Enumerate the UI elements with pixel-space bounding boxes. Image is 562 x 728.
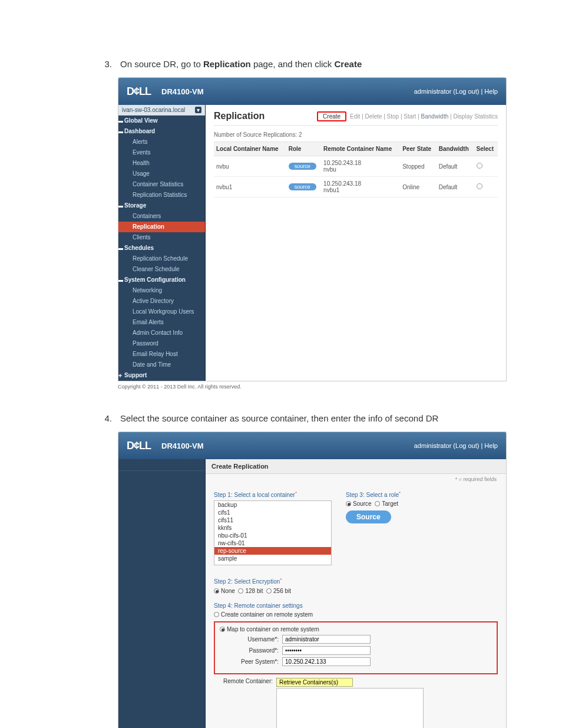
nav-container-stats[interactable]: Container Statistics	[118, 179, 205, 190]
nav-replication-stats[interactable]: Replication Statistics	[118, 190, 205, 200]
role-badge: source	[289, 163, 316, 170]
app-header: D¢LL DR4100-VM administrator (Log out) |…	[118, 432, 506, 459]
main-panel: Replication Create Edit | Delete | Stop …	[206, 105, 506, 381]
radio-none[interactable]	[214, 588, 219, 594]
list-item[interactable]: backup	[214, 501, 331, 509]
radio-map-remote[interactable]	[220, 627, 225, 632]
list-item[interactable]: nw-cifs-01	[214, 539, 331, 547]
step-3-instruction: 3. On source DR, go to Replication page,…	[100, 59, 562, 69]
screenshot-replication-page: D¢LL DR4100-VM administrator (Log out) |…	[118, 77, 507, 390]
nav-active-directory[interactable]: Active Directory	[118, 296, 205, 307]
select-radio[interactable]	[477, 163, 482, 169]
password-field[interactable]	[282, 646, 371, 655]
sidebar-collapsed	[118, 459, 206, 728]
nav-schedules[interactable]: ▬Schedules	[118, 243, 205, 253]
radio-128[interactable]	[238, 588, 243, 594]
select-radio[interactable]	[477, 183, 482, 189]
list-item[interactable]: sample	[214, 555, 331, 562]
radio-target[interactable]	[375, 501, 380, 506]
wizard-panel: Create Replication * = required fields S…	[206, 459, 506, 728]
nav-usage[interactable]: Usage	[118, 169, 205, 179]
nav-replication[interactable]: Replication	[118, 222, 205, 232]
nav-alerts[interactable]: Alerts	[118, 137, 205, 147]
nav-networking[interactable]: Networking	[118, 285, 205, 296]
step3-title: Step 3: Select a role*	[346, 490, 411, 498]
table-row: nvbu source 10.250.243.18nvbu Stopped De…	[214, 156, 498, 177]
radio-create-remote[interactable]	[214, 612, 219, 617]
list-item[interactable]: kknfs	[214, 524, 331, 532]
replication-table: Local Container Name Role Remote Contain…	[214, 141, 498, 197]
create-button[interactable]: Create	[317, 111, 346, 121]
nav-support[interactable]: ＋Support	[118, 370, 205, 381]
nav-email-alerts[interactable]: Email Alerts	[118, 317, 205, 328]
nav-clients[interactable]: Clients	[118, 232, 205, 243]
user-session[interactable]: administrator (Log out) | Help	[414, 88, 498, 95]
nav-admin-contact[interactable]: Admin Contact Info	[118, 328, 205, 338]
local-container-listbox[interactable]: backup cifs1 cifs11 kknfs nbu-cifs-01 nw…	[214, 500, 332, 565]
nav-rep-schedule[interactable]: Replication Schedule	[118, 253, 205, 264]
peer-system-field[interactable]	[282, 657, 371, 666]
nav-health[interactable]: Health	[118, 158, 205, 169]
replication-count: Number of Source Replications: 2	[214, 126, 498, 141]
nav-date-time[interactable]: Date and Time	[118, 360, 205, 370]
bandwidth-link[interactable]: Bandwidth	[421, 113, 449, 120]
copyright: Copyright © 2011 - 2013 Dell Inc. All ri…	[118, 384, 507, 390]
list-item[interactable]: nbu-cifs-01	[214, 532, 331, 539]
dell-logo: D¢LL	[127, 440, 151, 452]
list-item[interactable]: cifs11	[214, 516, 331, 524]
nav-sys-config[interactable]: ▬System Configuration	[118, 275, 205, 285]
step4-title: Step 4: Remote container settings	[214, 602, 498, 609]
step2-title: Step 2: Select Encryption*	[214, 577, 338, 585]
step-4-instruction: 4. Select the source container as source…	[100, 413, 562, 423]
breadcrumb: Create Replication	[206, 459, 506, 474]
page-title: Replication	[214, 111, 265, 121]
role-badge: source	[289, 183, 316, 190]
retrieve-containers-button[interactable]	[276, 678, 353, 687]
username-field[interactable]	[282, 635, 371, 644]
model-name: DR4100-VM	[161, 442, 204, 450]
screenshot-create-replication: D¢LL DR4100-VM administrator (Log out) |…	[118, 431, 507, 728]
radio-256[interactable]	[266, 588, 272, 594]
list-item[interactable]: rep-source	[214, 547, 331, 555]
model-name: DR4100-VM	[161, 87, 204, 96]
nav-global-view[interactable]: ▬Global View	[118, 116, 205, 126]
step1-title: Step 1: Select a local container*	[214, 490, 338, 498]
nav-containers[interactable]: Containers	[118, 211, 205, 222]
nav-events[interactable]: Events	[118, 147, 205, 158]
remote-settings-group: Map to container on remote system Userna…	[214, 621, 498, 674]
source-badge: Source	[346, 510, 391, 523]
nav-local-workgroup[interactable]: Local Workgroup Users	[118, 307, 205, 317]
radio-source[interactable]	[346, 501, 351, 506]
nav-storage[interactable]: ▬Storage	[118, 200, 205, 211]
nav-email-relay[interactable]: Email Relay Host	[118, 349, 205, 360]
nav-dashboard[interactable]: ▬Dashboard	[118, 126, 205, 137]
user-session[interactable]: administrator (Log out) | Help	[414, 442, 498, 449]
nav-cleaner-schedule[interactable]: Cleaner Schedule	[118, 264, 205, 275]
encryption-options: None 128 bit 256 bit	[214, 588, 338, 594]
required-note: * = required fields	[206, 474, 506, 482]
app-header: D¢LL DR4100-VM administrator (Log out) |…	[118, 78, 506, 105]
list-item[interactable]: cifs1	[214, 509, 331, 516]
table-row: nvbu1 source 10.250.243.18nvbu1 Online D…	[214, 177, 498, 197]
remote-container-listbox[interactable]	[276, 688, 424, 728]
dell-logo: D¢LL	[127, 85, 151, 98]
sidebar: ivan-sw-03.ocarina.local ▾ ▬Global View …	[118, 105, 206, 381]
nav-password[interactable]: Password	[118, 338, 205, 349]
chevron-down-icon: ▾	[195, 107, 201, 113]
host-selector[interactable]: ivan-sw-03.ocarina.local ▾	[118, 105, 205, 116]
